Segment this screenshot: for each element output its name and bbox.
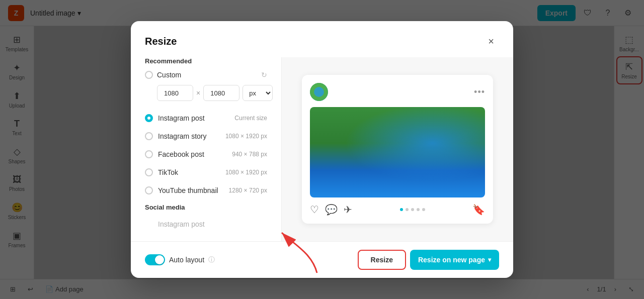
footer-buttons: Resize Resize on new page ▾ [358, 250, 499, 270]
comment-icon: 💬 [325, 204, 338, 216]
preview-top: ••• [310, 83, 485, 101]
custom-radio[interactable] [145, 71, 153, 79]
custom-label: Custom [157, 71, 257, 79]
height-input[interactable] [203, 85, 239, 101]
tiktok-radio[interactable] [145, 168, 153, 176]
dot-3 [411, 208, 414, 211]
auto-layout-toggle[interactable] [145, 254, 165, 265]
social-media-section-title: Social media [145, 204, 267, 211]
preview-image [310, 107, 485, 197]
resize-on-new-page-button[interactable]: Resize on new page ▾ [410, 250, 499, 270]
width-input[interactable] [157, 85, 193, 101]
dimension-separator: × [196, 89, 200, 97]
tiktok-size: 1080 × 1920 px [225, 169, 267, 176]
instagram-story-radio[interactable] [145, 132, 153, 140]
instagram-post-radio[interactable] [145, 114, 153, 122]
chevron-down-icon: ▾ [488, 256, 491, 263]
modal-left-panel: Recommended Custom ↻ × px % in [131, 57, 282, 241]
option-tiktok[interactable]: TikTok 1080 × 1920 px [145, 163, 267, 181]
auto-layout-label: Auto layout [169, 256, 204, 264]
youtube-thumbnail-label: YouTube thumbnail [158, 186, 218, 194]
dot-2 [406, 208, 409, 211]
auto-layout-row: Auto layout ⓘ [145, 254, 352, 265]
modal-footer: Auto layout ⓘ Resize Resize on new page … [131, 241, 513, 278]
dot-5 [422, 208, 425, 211]
option-facebook-post[interactable]: Facebook post 940 × 788 px [145, 145, 267, 163]
modal-close-button[interactable]: × [483, 33, 499, 49]
svg-point-1 [314, 87, 324, 97]
dimension-row: × px % in cm mm [145, 85, 267, 101]
youtube-thumbnail-size: 1280 × 720 px [229, 187, 267, 194]
modal-title: Resize [145, 36, 177, 47]
social-media-item-label: Instagram post [145, 220, 205, 228]
modal-overlay: Resize × Recommended Custom ↻ × [0, 0, 644, 299]
modal-header: Resize × [131, 21, 513, 49]
custom-option-row: Custom ↻ [145, 71, 267, 79]
social-media-instagram[interactable]: Instagram post [145, 215, 267, 233]
option-instagram-story[interactable]: Instagram story 1080 × 1920 px [145, 127, 267, 145]
modal-body: Recommended Custom ↻ × px % in [131, 49, 513, 241]
instagram-post-label: Instagram post [158, 114, 205, 122]
instagram-story-size: 1080 × 1920 px [225, 133, 267, 140]
instagram-post-tag: Current size [234, 115, 267, 122]
preview-avatar [310, 83, 328, 101]
like-icon: ♡ [310, 204, 319, 216]
share-icon: ✈ [344, 204, 352, 216]
preview-actions: ♡ 💬 ✈ 🔖 [310, 204, 485, 216]
bookmark-icon: 🔖 [472, 204, 485, 216]
option-youtube-thumbnail[interactable]: YouTube thumbnail 1280 × 720 px [145, 181, 267, 200]
preview-dots-row [400, 208, 425, 211]
tiktok-label: TikTok [158, 168, 178, 176]
preview-card: ••• ♡ 💬 ✈ [302, 75, 493, 224]
refresh-icon[interactable]: ↻ [261, 71, 267, 79]
unit-select[interactable]: px % in cm mm [243, 85, 273, 101]
youtube-thumbnail-radio[interactable] [145, 186, 153, 194]
toggle-thumb [155, 255, 164, 264]
resize-modal: Resize × Recommended Custom ↻ × [131, 21, 513, 278]
preview-more-icon: ••• [474, 87, 485, 97]
facebook-post-size: 940 × 788 px [232, 151, 267, 158]
option-instagram-post[interactable]: Instagram post Current size [145, 109, 267, 127]
resize-button[interactable]: Resize [358, 250, 406, 270]
instagram-story-label: Instagram story [158, 132, 206, 140]
facebook-post-radio[interactable] [145, 150, 153, 158]
dot-1 [400, 208, 403, 211]
dot-4 [417, 208, 420, 211]
recommended-section-title: Recommended [145, 57, 267, 65]
facebook-post-label: Facebook post [158, 150, 204, 158]
info-icon[interactable]: ⓘ [208, 255, 215, 264]
modal-right-panel: ••• ♡ 💬 ✈ [282, 57, 513, 241]
